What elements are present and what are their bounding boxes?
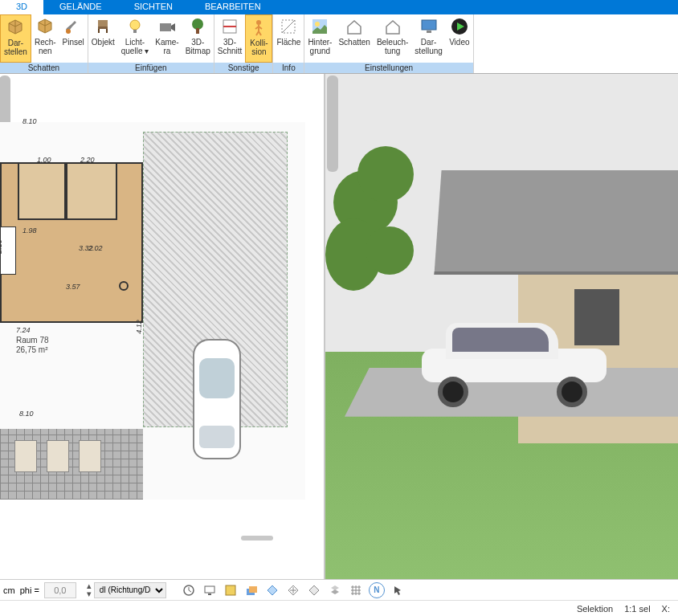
- ribbon-label: Kame- ra: [155, 38, 178, 55]
- ribbon-label: Dar- stellung: [415, 38, 442, 55]
- furniture-2: [47, 440, 69, 472]
- marker-circle: [119, 281, 129, 291]
- svg-point-0: [66, 29, 71, 34]
- monitor-small-icon[interactable]: [202, 582, 218, 598]
- dim-roomw: 7.24: [16, 326, 31, 334]
- terrace[interactable]: [0, 429, 143, 500]
- ribbon-lichtquelle[interactable]: Licht- quelle ▾: [118, 14, 152, 63]
- ribbon-label: Rech- nen: [35, 38, 56, 55]
- cursor-icon[interactable]: [390, 582, 406, 598]
- svg-rect-19: [226, 585, 235, 595]
- ribbon-label: 3D- Schnitt: [218, 38, 243, 55]
- diamond-stack-icon[interactable]: [327, 582, 343, 598]
- dim-left2: 2.10: [0, 239, 3, 254]
- house-icon: [345, 17, 364, 36]
- unit-label: cm: [3, 585, 15, 595]
- ribbon-schnitt[interactable]: 3D- Schnitt: [214, 14, 246, 63]
- ribbon-kamera[interactable]: Kame- ra: [152, 14, 182, 63]
- ribbon-rechnen[interactable]: Rech- nen: [31, 14, 59, 63]
- tab-3d[interactable]: 3D: [0, 0, 43, 14]
- status-bar: Selektion 1:1 sel X:: [0, 601, 678, 616]
- ribbon-label: 3D- Bitmap: [186, 38, 210, 55]
- ribbon-objekt[interactable]: Objekt: [88, 14, 118, 63]
- svg-rect-13: [422, 20, 436, 30]
- ribbon-beleuchtung[interactable]: Beleuch- tung: [374, 14, 411, 63]
- window-icon[interactable]: [223, 582, 239, 598]
- dim-int2: 2.20: [80, 156, 95, 164]
- svg-point-9: [256, 20, 261, 25]
- cube-icon: [35, 17, 55, 36]
- dim-int4: 3.57: [66, 283, 80, 291]
- room-area: 26,75 m²: [16, 345, 47, 354]
- svg-rect-5: [160, 23, 171, 31]
- diamond1-icon[interactable]: [264, 582, 280, 598]
- dim-int6: 4.12: [135, 320, 143, 334]
- dim-left1: 1.80: [0, 178, 3, 193]
- play-icon: [450, 17, 469, 36]
- chair-icon: [93, 17, 112, 36]
- group-label: Einfügen: [88, 63, 214, 73]
- ribbon-darstellen[interactable]: Dar- stellen: [0, 14, 31, 63]
- footer: cm phi = ▴ ▾ dl (Richtung/Di N Selektion…: [0, 579, 678, 616]
- ribbon-hintergrund[interactable]: Hinter- grund: [304, 14, 335, 63]
- status-scale: 1:1 sel: [624, 604, 650, 614]
- svg-rect-7: [196, 28, 199, 34]
- svg-rect-21: [249, 586, 257, 593]
- render-pane[interactable]: [325, 74, 678, 579]
- ribbon: Dar- stellenRech- nenPinselSchattenObjek…: [0, 14, 678, 74]
- clock-icon[interactable]: [181, 582, 197, 598]
- floorplan[interactable]: 8.10 1.80 2.10 1.00 2.20 1.98 3.57 3.32 …: [0, 114, 313, 548]
- camera-icon: [157, 17, 177, 36]
- car-3d[interactable]: [422, 323, 607, 399]
- grid-icon[interactable]: [348, 582, 364, 598]
- furniture-3: [79, 440, 101, 472]
- direction-select[interactable]: dl (Richtung/Di: [94, 582, 166, 598]
- phi-input[interactable]: [44, 582, 76, 598]
- room-name: Raum 78: [16, 336, 49, 345]
- n-icon[interactable]: N: [369, 582, 385, 598]
- footer-toolbar: cm phi = ▴ ▾ dl (Richtung/Di N: [0, 580, 678, 601]
- ribbon-darstellung[interactable]: Dar- stellung: [411, 14, 445, 63]
- dim-int3: 1.98: [22, 226, 37, 235]
- room-stair1[interactable]: [18, 162, 66, 220]
- svg-point-12: [315, 22, 320, 27]
- floorplan-pane[interactable]: 8.10 1.80 2.10 1.00 2.20 1.98 3.57 3.32 …: [0, 74, 325, 579]
- room-stair2[interactable]: [66, 162, 117, 220]
- ribbon-video[interactable]: Video: [446, 14, 473, 63]
- dim-int1: 1.00: [37, 156, 51, 164]
- layers-icon[interactable]: [243, 582, 259, 598]
- tab-bar: 3D GELÄNDE SICHTEN BEARBEITEN: [0, 0, 678, 14]
- car-top-view[interactable]: [193, 339, 241, 459]
- roof: [434, 170, 678, 275]
- ribbon-schatten[interactable]: Schatten: [335, 14, 373, 63]
- area-icon: [279, 17, 298, 36]
- tab-bearbeiten[interactable]: BEARBEITEN: [189, 0, 277, 14]
- dim-bottom: 8.10: [19, 410, 34, 418]
- tab-sichten[interactable]: SICHTEN: [118, 0, 189, 14]
- person-icon: [249, 18, 268, 37]
- ribbon-label: Objekt: [92, 38, 115, 47]
- svg-point-3: [130, 20, 140, 30]
- ribbon-flaeche[interactable]: Fläche: [273, 14, 304, 63]
- tab-gelaende[interactable]: GELÄNDE: [43, 0, 118, 14]
- ribbon-bitmap[interactable]: 3D- Bitmap: [182, 14, 214, 63]
- tree-icon: [188, 17, 207, 36]
- ribbon-kollision[interactable]: Kolli- sion: [245, 14, 272, 63]
- h-scroll-thumb[interactable]: [241, 536, 273, 541]
- diamond2-icon[interactable]: [285, 582, 301, 598]
- phi-label: phi =: [20, 585, 39, 595]
- ribbon-label: Schatten: [338, 38, 370, 47]
- workspace: 8.10 1.80 2.10 1.00 2.20 1.98 3.57 3.32 …: [0, 74, 678, 579]
- svg-rect-4: [133, 30, 137, 33]
- diamond3-icon[interactable]: [306, 582, 322, 598]
- svg-point-6: [192, 18, 203, 30]
- svg-rect-1: [98, 20, 108, 27]
- ribbon-pinsel[interactable]: Pinsel: [59, 14, 88, 63]
- status-selektion: Selektion: [577, 604, 613, 614]
- dim-top: 8.10: [22, 117, 37, 125]
- group-label: Info: [273, 63, 304, 73]
- ribbon-label: Dar- stellen: [4, 39, 27, 56]
- group-label: Schatten: [0, 63, 88, 73]
- cut-icon: [220, 17, 239, 36]
- ribbon-label: Licht- quelle ▾: [121, 38, 149, 55]
